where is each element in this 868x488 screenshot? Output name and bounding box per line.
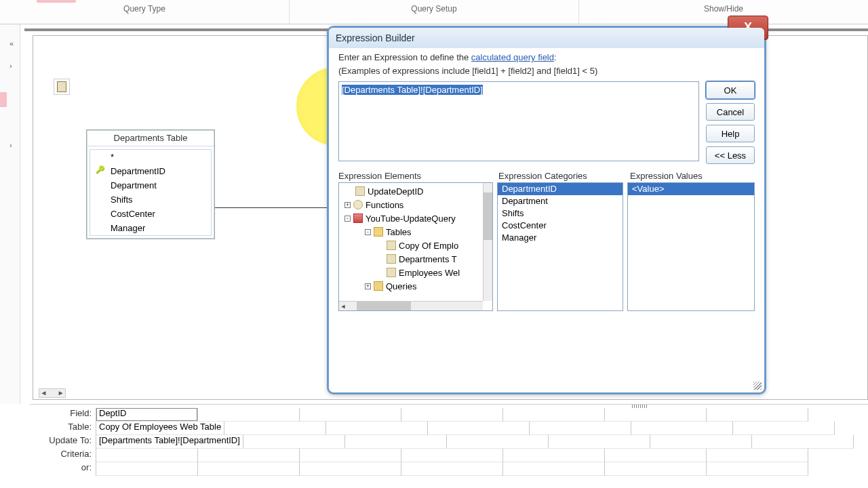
- grid-cell[interactable]: [401, 408, 503, 422]
- grid-cell[interactable]: [752, 435, 854, 449]
- tree-item-updatedeptid[interactable]: UpdateDeptID: [368, 186, 423, 197]
- grid-cell[interactable]: [198, 408, 300, 422]
- grid-cell[interactable]: [707, 462, 808, 476]
- expression-text: [Departments Table]![DepartmentID]: [342, 85, 483, 95]
- query-design-grid[interactable]: Field: DeptID Table: Copy Of Employees W…: [20, 408, 868, 488]
- chevron-up-icon-2[interactable]: ›: [9, 141, 12, 149]
- table-field-all[interactable]: *: [90, 150, 211, 164]
- table-icon: [387, 254, 396, 264]
- grid-cell[interactable]: [503, 408, 605, 422]
- chevron-left-icon[interactable]: «: [9, 39, 14, 47]
- object-tab-handle[interactable]: [54, 79, 70, 95]
- grid-cell[interactable]: [605, 462, 707, 476]
- calculated-field-link[interactable]: calculated query field: [471, 52, 554, 62]
- category-shifts[interactable]: Shifts: [498, 207, 623, 220]
- collapse-icon-2[interactable]: -: [365, 229, 371, 235]
- category-department[interactable]: Department: [498, 195, 623, 207]
- expression-categories-list[interactable]: DepartmentID Department Shifts CostCente…: [497, 182, 623, 311]
- grid-cell-field-1[interactable]: DeptID: [96, 408, 198, 422]
- grid-cell-table-1[interactable]: Copy Of Employees Web Table: [96, 422, 224, 435]
- grid-label-table: Table:: [20, 422, 96, 435]
- category-departmentid[interactable]: DepartmentID: [498, 183, 623, 195]
- expression-values-list[interactable]: <Value>: [627, 182, 755, 311]
- grid-cell-updateto-1[interactable]: [Departments Table]![DepartmentID]: [96, 435, 243, 449]
- left-accent: [0, 92, 7, 107]
- ribbon-group-query-type: Query Type: [0, 0, 289, 24]
- intro-example: (Examples of expressions include [field1…: [338, 66, 597, 76]
- chevron-up-icon[interactable]: ›: [9, 62, 12, 70]
- tree-item-table-1[interactable]: Copy Of Emplo: [399, 241, 458, 251]
- grid-cell[interactable]: [300, 408, 401, 422]
- table-field-costcenter[interactable]: CostCenter: [90, 207, 211, 221]
- expand-icon-2[interactable]: +: [365, 283, 371, 289]
- resize-grip-icon[interactable]: [753, 382, 762, 390]
- grid-cell[interactable]: [345, 435, 447, 449]
- table-field-departmentid[interactable]: DepartmentID: [90, 164, 211, 178]
- grid-cell[interactable]: [733, 422, 835, 435]
- grid-cell[interactable]: [243, 435, 345, 449]
- function-icon: [353, 200, 363, 209]
- help-button[interactable]: Help: [706, 125, 755, 142]
- category-costcenter[interactable]: CostCenter: [498, 220, 623, 232]
- grid-cell[interactable]: [650, 435, 752, 449]
- tree-item-tables[interactable]: Tables: [386, 227, 412, 237]
- grid-cell[interactable]: [631, 422, 733, 435]
- tree-item-functions[interactable]: Functions: [366, 200, 403, 210]
- grid-cell[interactable]: [530, 422, 631, 435]
- canvas-hscroll[interactable]: ◄►: [39, 388, 66, 398]
- folder-icon: [374, 227, 383, 237]
- grid-cell[interactable]: [707, 449, 808, 462]
- less-button[interactable]: << Less: [706, 146, 755, 164]
- grid-cell[interactable]: [605, 408, 707, 422]
- value-item[interactable]: <Value>: [628, 183, 754, 195]
- ok-button[interactable]: OK: [706, 81, 755, 99]
- folder-icon: [374, 281, 383, 291]
- table-field-department[interactable]: Department: [90, 178, 211, 192]
- category-manager[interactable]: Manager: [498, 232, 623, 244]
- database-icon: [353, 214, 363, 223]
- grid-cell[interactable]: [326, 422, 428, 435]
- cancel-button[interactable]: Cancel: [706, 103, 755, 121]
- tree-item-queries[interactable]: Queries: [386, 281, 417, 291]
- expression-builder-dialog: X Expression Builder Enter an Expression…: [327, 26, 766, 394]
- dialog-title: Expression Builder: [329, 28, 764, 48]
- expression-elements-tree[interactable]: UpdateDeptID + Functions - YouTube-Updat…: [338, 182, 493, 311]
- tree-vscrollbar[interactable]: [483, 183, 492, 301]
- grid-label-updateto: Update To:: [20, 435, 96, 449]
- grid-cell[interactable]: [503, 462, 605, 476]
- grid-cell[interactable]: [549, 435, 650, 449]
- grid-cell[interactable]: [401, 462, 503, 476]
- grid-cell[interactable]: [300, 449, 401, 462]
- label-expression-values: Expression Values: [630, 171, 755, 181]
- grid-cell[interactable]: [198, 462, 300, 476]
- table-card-departments[interactable]: Departments Table * DepartmentID Departm…: [86, 129, 215, 239]
- expand-icon[interactable]: +: [344, 202, 351, 208]
- grid-cell[interactable]: [503, 449, 605, 462]
- grid-label-or: or:: [20, 462, 96, 476]
- tree-item-table-2[interactable]: Departments T: [399, 254, 457, 264]
- table-card-title: Departments Table: [87, 130, 214, 146]
- collapse-icon[interactable]: -: [344, 216, 351, 222]
- table-field-manager[interactable]: Manager: [90, 221, 211, 235]
- left-collapse-bar[interactable]: « › ›: [0, 24, 20, 404]
- expression-textbox[interactable]: [Departments Table]![DepartmentID]: [338, 81, 699, 161]
- tree-item-db[interactable]: YouTube-UpdateQuery: [366, 214, 456, 224]
- label-expression-categories: Expression Categories: [498, 171, 625, 181]
- table-field-shifts[interactable]: Shifts: [90, 192, 211, 207]
- grid-cell[interactable]: [224, 422, 326, 435]
- grid-cell[interactable]: [300, 462, 401, 476]
- grid-cell[interactable]: [447, 435, 549, 449]
- grid-cell[interactable]: [707, 408, 808, 422]
- relationship-line: [215, 207, 336, 208]
- grid-label-field: Field:: [20, 408, 96, 422]
- grid-cell[interactable]: [96, 449, 198, 462]
- grid-cell[interactable]: [605, 449, 707, 462]
- grid-cell[interactable]: [428, 422, 530, 435]
- tree-item-table-3[interactable]: Employees Wel: [399, 268, 460, 278]
- table-icon: [387, 268, 396, 277]
- grid-cell[interactable]: [401, 449, 503, 462]
- grid-cell[interactable]: [96, 462, 198, 476]
- grid-cell[interactable]: [198, 449, 300, 462]
- tree-hscrollbar[interactable]: ◄: [339, 301, 483, 310]
- ribbon-group-show-hide: Show/Hide: [579, 0, 868, 24]
